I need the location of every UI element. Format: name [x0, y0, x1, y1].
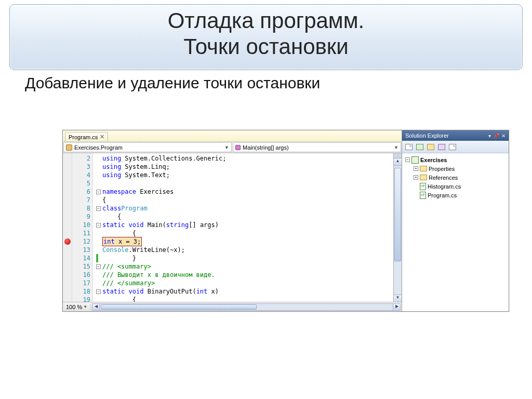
- scroll-down-button[interactable]: ▼: [394, 295, 402, 302]
- expand-toggle-icon[interactable]: −: [405, 157, 410, 162]
- member-dropdown[interactable]: Main(string[] args) ▼: [233, 142, 401, 152]
- code-line[interactable]: /// </summary>: [96, 279, 393, 287]
- toolbar-showall-button[interactable]: [426, 142, 435, 152]
- page-icon: [405, 144, 413, 150]
- solution-tree[interactable]: −Exercises+Properties+ReferencesHistogra…: [402, 153, 509, 311]
- tab-label: Program.cs: [69, 134, 98, 140]
- code-line[interactable]: /// Выводит x в двоичном виде.: [96, 271, 393, 279]
- tree-item-histogram-cs[interactable]: Histogram.cs: [403, 182, 508, 191]
- outline-toggle-icon[interactable]: −: [96, 264, 101, 269]
- line-number-gutter: 2345678910111213141516171819: [72, 153, 93, 302]
- expand-toggle-icon[interactable]: +: [414, 175, 418, 180]
- hscroll-thumb[interactable]: [101, 304, 257, 310]
- refresh-icon: [416, 144, 423, 150]
- code-line[interactable]: − class Program: [96, 204, 393, 212]
- editor-tab-strip: Program.cs ✕: [63, 130, 402, 142]
- csharp-file-icon: [420, 192, 426, 199]
- member-dropdown-label: Main(string[] args): [243, 144, 289, 151]
- ide-window: Program.cs ✕ Exercises.Program ▼ Main(st…: [62, 130, 509, 312]
- folder-icon: [427, 144, 434, 150]
- editor-status-bar: 100 % ▼ ◀ ▶: [63, 302, 402, 311]
- outline-toggle-icon[interactable]: −: [96, 223, 101, 228]
- code-line[interactable]: −namespace Exercises: [96, 188, 393, 196]
- code-area: 2345678910111213141516171819 using Syste…: [63, 153, 402, 302]
- folder-icon: [420, 175, 427, 180]
- code-line[interactable]: using System.Text;: [96, 171, 393, 179]
- outline-toggle-icon[interactable]: −: [96, 289, 101, 294]
- csproj-icon: [411, 156, 419, 164]
- slide-title-line1: Отладка программ.: [25, 8, 507, 34]
- code-line[interactable]: {: [96, 212, 393, 221]
- breakpoint-margin[interactable]: [63, 153, 72, 302]
- tree-item-label: Program.cs: [428, 192, 457, 198]
- toolbar-refresh-button[interactable]: [415, 142, 424, 152]
- scroll-left-button[interactable]: ◀: [92, 304, 100, 310]
- scroll-up-button[interactable]: ▲: [394, 158, 402, 166]
- expand-toggle-icon[interactable]: +: [414, 166, 418, 171]
- outline-toggle-icon[interactable]: −: [96, 190, 101, 194]
- tree-item-label: References: [429, 175, 458, 181]
- code-line[interactable]: using System.Collections.Generic;: [96, 154, 393, 163]
- code-line[interactable]: {: [96, 296, 393, 302]
- code-line[interactable]: {: [96, 229, 393, 237]
- slide-title-line2: Точки остановки: [25, 34, 507, 60]
- method-icon: [235, 145, 241, 150]
- tree-item-label: Exercises: [420, 157, 447, 163]
- outline-toggle-icon[interactable]: −: [96, 206, 101, 211]
- split-handle[interactable]: [394, 153, 402, 158]
- code-line[interactable]: [96, 179, 393, 188]
- tree-item-label: Properties: [429, 166, 455, 172]
- chevron-down-icon: ▼: [394, 145, 398, 150]
- code-line[interactable]: using System.Linq;: [96, 163, 393, 171]
- class-dropdown-label: Exercises.Program: [74, 144, 123, 151]
- code-line[interactable]: {: [96, 196, 393, 204]
- zoom-dropdown[interactable]: 100 % ▼: [63, 304, 91, 310]
- pin-icon[interactable]: 📌: [493, 133, 499, 139]
- tree-item-references[interactable]: +References: [403, 173, 508, 182]
- code-line[interactable]: }: [96, 254, 393, 262]
- toolbar-home-button[interactable]: [404, 142, 414, 152]
- horizontal-scrollbar[interactable]: ◀ ▶: [92, 303, 401, 311]
- slide-subtitle: Добавление и удаление точки остановки: [25, 74, 517, 92]
- dropdown-icon[interactable]: ▾: [488, 133, 491, 139]
- scroll-track[interactable]: [394, 166, 402, 295]
- slide-title-block: Отладка программ. Точки остановки: [9, 4, 523, 70]
- properties-icon: [438, 144, 445, 150]
- solution-explorer-title: Solution Explorer: [405, 132, 449, 139]
- vertical-scrollbar[interactable]: ▲ ▼: [393, 153, 402, 302]
- scroll-right-button[interactable]: ▶: [393, 304, 400, 310]
- folder-icon: [420, 166, 427, 171]
- chevron-down-icon: ▼: [224, 145, 229, 150]
- solution-explorer-toolbar: [402, 141, 509, 153]
- chevron-down-icon: ▼: [83, 304, 87, 309]
- close-icon[interactable]: ✕: [100, 134, 104, 140]
- tree-item-exercises[interactable]: −Exercises: [403, 155, 508, 164]
- code-line[interactable]: − /// <summary>: [96, 262, 393, 271]
- page-icon: [449, 144, 456, 150]
- tab-program-cs[interactable]: Program.cs ✕: [65, 132, 108, 141]
- code-line[interactable]: int x = 3;: [96, 237, 393, 246]
- tree-item-program-cs[interactable]: Program.cs: [403, 191, 508, 200]
- solution-explorer-panel: Solution Explorer ▾ 📌 ✕ −Exercises+Prope…: [402, 130, 509, 311]
- class-icon: [66, 144, 72, 151]
- class-dropdown[interactable]: Exercises.Program ▼: [63, 142, 232, 152]
- code-line[interactable]: − static void Main(string[] args): [96, 221, 393, 229]
- breakpoint-icon[interactable]: [64, 238, 71, 245]
- close-icon[interactable]: ✕: [501, 133, 506, 139]
- tree-item-properties[interactable]: +Properties: [403, 164, 508, 173]
- code-line[interactable]: Console.WriteLine(~x);: [96, 246, 393, 254]
- scroll-thumb[interactable]: [394, 168, 401, 261]
- toolbar-view-button[interactable]: [448, 142, 457, 152]
- code-editor[interactable]: using System.Collections.Generic;using S…: [93, 153, 393, 302]
- toolbar-properties-button[interactable]: [437, 142, 446, 152]
- solution-explorer-titlebar[interactable]: Solution Explorer ▾ 📌 ✕: [402, 130, 509, 141]
- code-line[interactable]: − static void BinaryOutPut(int x): [96, 287, 393, 296]
- navigation-bar: Exercises.Program ▼ Main(string[] args) …: [63, 142, 402, 153]
- editor-area: Program.cs ✕ Exercises.Program ▼ Main(st…: [63, 130, 402, 311]
- tree-item-label: Histogram.cs: [428, 183, 461, 190]
- csharp-file-icon: [420, 183, 426, 190]
- zoom-value: 100 %: [66, 304, 82, 310]
